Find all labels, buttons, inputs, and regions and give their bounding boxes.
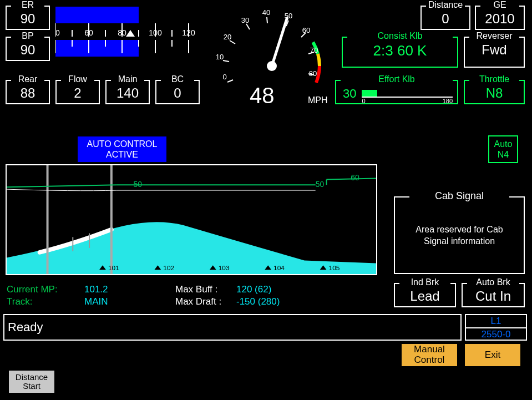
svg-text:60: 60 [84,28,93,37]
main-box: Main 140 [105,80,150,104]
auto-control-pill: AUTO CONTROL ACTIVE [78,136,166,162]
speed-value: 48 [250,83,275,108]
svg-line-37 [227,80,233,82]
max-buff-value: 120 (62) [236,284,271,295]
svg-text:104: 104 [273,264,285,272]
effort-box: Effort Klb 30 0 180 [335,80,458,104]
effort-bar [362,90,377,97]
effort-max: 180 [443,98,453,104]
svg-text:101: 101 [108,264,119,272]
manual-control-button[interactable]: Manual Control [402,344,457,366]
svg-line-38 [223,60,229,62]
current-mp-label: Current MP: [7,284,84,295]
reverser-box: Reverser Fwd [464,37,525,68]
speedometer: 0 10 20 30 40 50 60 70 80 [211,2,333,88]
speed-unit: MPH [308,95,328,105]
svg-rect-0 [55,7,139,23]
distance-start-button[interactable]: Distance Start [9,371,54,393]
auto-badge: Auto N4 [488,135,518,163]
indbrk-value: Lead [395,283,455,303]
bp-value: 90 [7,37,49,57]
svg-line-26 [272,17,287,66]
consist-value: 2:3 60 K [343,37,457,58]
svg-text:80: 80 [309,69,317,78]
svg-text:30: 30 [241,16,249,24]
auto-control-line2: ACTIVE [83,149,161,160]
distance-box: Distance 0 [420,6,470,30]
autobrk-box: Auto Brk Cut In [462,283,525,307]
svg-text:0: 0 [222,73,226,81]
max-draft-label: Max Draft : [175,296,236,307]
svg-line-39 [230,40,235,44]
svg-text:10: 10 [216,53,224,61]
current-mp-value: 101.2 [84,284,108,295]
svg-line-41 [267,17,267,23]
flow-box: Flow 2 [55,80,100,104]
flow-value: 2 [57,80,99,100]
svg-rect-1 [55,40,139,57]
er-value: 90 [7,6,49,26]
svg-text:50: 50 [134,180,143,189]
track-profile: 50 50 60 101 102 103 104 105 [6,164,377,275]
effort-value: 30 [343,87,356,101]
max-draft-value: -150 (280) [236,296,280,307]
auto-badge-line1: Auto [494,139,513,149]
bc-value: 0 [156,80,199,100]
distance-value: 0 [422,6,469,26]
cab-signal-line1: Area reserved for Cab [395,224,524,236]
svg-line-40 [246,24,250,29]
rear-value: 88 [7,80,49,100]
pressure-bars: 40 60 80 100 120 [55,3,205,75]
exit-button[interactable]: Exit [465,344,520,366]
id-box: L1 2550-0 [465,314,527,341]
reverser-value: Fwd [465,37,524,57]
status-msg: Ready [4,320,43,335]
id-line2: 2550-0 [466,328,526,341]
cab-signal-box: Cab Signal Area reserved for Cab Signal … [394,196,525,274]
cab-signal-line2: Signal information [395,236,524,247]
throttle-box: Throttle N8 [464,80,525,104]
svg-text:102: 102 [163,264,174,272]
bc-box: BC 0 [155,80,200,104]
bp-box: BP 90 [6,37,50,61]
svg-text:60: 60 [351,174,359,183]
auto-badge-line2: N4 [494,149,513,160]
svg-text:20: 20 [224,33,231,41]
rear-box: Rear 88 [6,80,50,104]
svg-text:100: 100 [149,28,162,37]
cab-signal-title: Cab Signal [395,190,524,202]
svg-text:60: 60 [302,26,310,34]
main-value: 140 [107,80,149,100]
svg-text:50: 50 [285,12,292,20]
svg-text:120: 120 [182,28,195,37]
ge-box: GE 2010 [475,6,525,30]
svg-text:40: 40 [262,8,270,17]
svg-text:103: 103 [219,264,230,272]
svg-line-50 [7,185,117,187]
svg-point-27 [267,61,277,71]
throttle-value: N8 [465,80,524,100]
indbrk-box: Ind Brk Lead [394,283,456,307]
consist-box: Consist Klb 2:3 60 K [342,37,458,68]
er-box: ER 90 [6,6,50,30]
svg-text:105: 105 [329,264,340,272]
autobrk-value: Cut In [463,283,524,303]
track-value: MAIN [84,296,108,307]
ge-value: 2010 [476,6,524,26]
effort-min: 0 [362,98,365,104]
max-buff-label: Max Buff : [175,284,236,295]
track-label: Track: [7,296,84,307]
status-bar: Ready [3,314,462,341]
svg-text:50: 50 [316,180,325,189]
svg-text:80: 80 [118,28,126,37]
svg-text:40: 40 [55,28,60,37]
auto-control-line1: AUTO CONTROL [83,139,161,149]
svg-marker-20 [126,30,135,37]
id-line1: L1 [466,315,526,327]
